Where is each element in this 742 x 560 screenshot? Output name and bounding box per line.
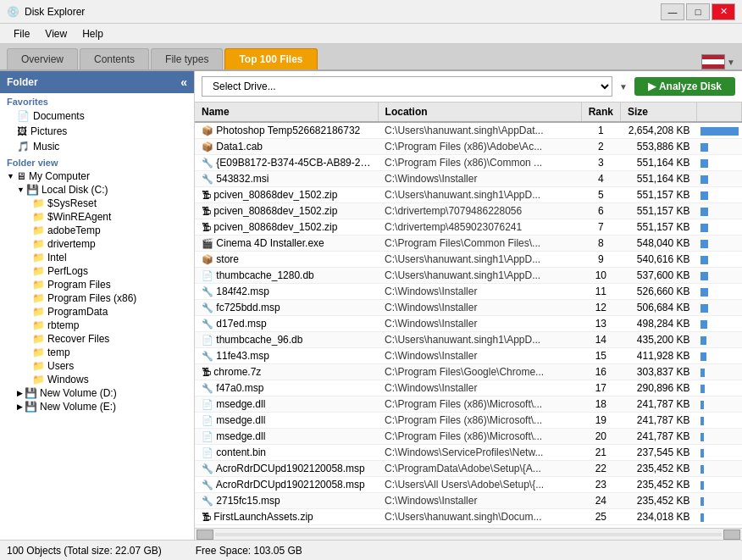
cell-bar [697, 203, 742, 219]
drive-dropdown[interactable]: Select Drive... [202, 76, 612, 97]
tree-program-files-x86[interactable]: 📁 Program Files (x86) [0, 291, 194, 305]
cell-bar [697, 316, 742, 332]
sidebar-item-documents[interactable]: 📄 Documents [0, 108, 194, 124]
tab-overview[interactable]: Overview [7, 48, 78, 69]
table-row[interactable]: 🔧 fc725bdd.msp C:\Windows\Installer 12 5… [195, 300, 742, 316]
tree-programdata[interactable]: 📁 ProgramData [0, 305, 194, 319]
cell-rank: 25 [581, 509, 620, 525]
expand-icon: ▶ [17, 389, 23, 397]
folder-icon: 📁 [32, 360, 45, 372]
flag-dropdown[interactable]: ▼ [727, 58, 735, 67]
close-button[interactable]: ✕ [712, 3, 735, 20]
tree-volume-d[interactable]: ▶ 💾 New Volume (D:) [0, 386, 194, 400]
cell-size: 526,660 KB [621, 284, 697, 300]
table-row[interactable]: 🔧 AcroRdrDCUpd1902120058.msp C:\ProgramD… [195, 461, 742, 477]
tree-winreagent[interactable]: 📁 $WinREAgent [0, 210, 194, 224]
tree-users[interactable]: 📁 Users [0, 359, 194, 373]
table-row[interactable]: 🔧 {E09B8172-B374-45CB-AB89-29... C:\Prog… [195, 155, 742, 171]
cell-name: 🔧 2715fc15.msp [195, 493, 378, 509]
table-row[interactable]: 📄 msedge.dll C:\Program Files (x86)\Micr… [195, 429, 742, 445]
table-row[interactable]: 🗜 pciven_80868dev_1502.zip C:\drivertemp… [195, 203, 742, 219]
table-row[interactable]: 🔧 543832.msi C:\Windows\Installer 4 551,… [195, 171, 742, 187]
tree-adobetemp[interactable]: 📁 adobeTemp [0, 224, 194, 237]
tree-my-computer[interactable]: ▼ 🖥 My Computer [0, 169, 194, 183]
col-header-rank[interactable]: Rank [581, 103, 620, 122]
cell-location: C:\Program Files\Common Files\... [378, 236, 581, 252]
table-row[interactable]: 📄 thumbcache_96.db C:\Users\hanuwant.sin… [195, 332, 742, 348]
cell-location: C:\Windows\Installer [378, 284, 581, 300]
menu-help[interactable]: Help [75, 26, 110, 42]
cell-name: 🔧 543832.msi [195, 171, 378, 187]
file-list-container[interactable]: Name Location Rank Size 📦 Photoshop Temp… [195, 103, 742, 528]
cell-bar [697, 461, 742, 477]
titlebar-left: 💿 Disk Explorer [7, 6, 85, 18]
tab-filetypes[interactable]: File types [151, 48, 223, 69]
cell-size: 241,787 KB [621, 413, 697, 429]
table-row[interactable]: 🗜 pciven_80868dev_1502.zip C:\drivertemp… [195, 219, 742, 236]
table-row[interactable]: 🔧 f47a0.msp C:\Windows\Installer 17 290,… [195, 380, 742, 396]
table-row[interactable]: 📄 msedge.dll C:\Program Files (x86)\Micr… [195, 396, 742, 413]
tree-local-disk-c[interactable]: ▼ 💾 Local Disk (C:) [0, 183, 194, 197]
size-bar [700, 288, 708, 297]
col-header-size[interactable]: Size [621, 103, 697, 122]
file-icon: 📄 [202, 399, 213, 409]
tree-intel[interactable]: 📁 Intel [0, 251, 194, 264]
tree-perflogs[interactable]: 📁 PerfLogs [0, 264, 194, 278]
table-row[interactable]: 🗜 FirstLaunchAssets.zip C:\Users\hanuwan… [195, 509, 742, 525]
size-bar [700, 191, 708, 200]
tree-volume-e[interactable]: ▶ 💾 New Volume (E:) [0, 400, 194, 413]
table-row[interactable]: 📦 Data1.cab C:\Program Files (x86)\Adobe… [195, 139, 742, 155]
tree-recover-files[interactable]: 📁 Recover Files [0, 332, 194, 346]
col-header-name[interactable]: Name [195, 103, 378, 122]
tree-temp[interactable]: 📁 temp [0, 346, 194, 359]
cell-name: 🔧 f47a0.msp [195, 380, 378, 396]
cell-location: C:\Windows\Installer [378, 348, 581, 364]
table-row[interactable]: 📄 content.bin C:\Windows\ServiceProfiles… [195, 445, 742, 461]
tree-sysreset[interactable]: 📁 $SysReset [0, 197, 194, 210]
col-header-location[interactable]: Location [378, 103, 581, 122]
tree-rbtemp[interactable]: 📁 rbtemp [0, 319, 194, 332]
cell-bar [697, 445, 742, 461]
table-row[interactable]: 🔧 11fe43.msp C:\Windows\Installer 15 411… [195, 348, 742, 364]
table-row[interactable]: 🔧 AcroRdrDCUpd1902120058.msp C:\Users\Al… [195, 477, 742, 493]
sidebar-item-pictures[interactable]: 🖼 Pictures [0, 124, 194, 139]
cell-size: 551,157 KB [621, 187, 697, 203]
table-row[interactable]: 🔧 d17ed.msp C:\Windows\Installer 13 498,… [195, 316, 742, 332]
maximize-button[interactable]: □ [686, 3, 710, 20]
menu-view[interactable]: View [38, 26, 74, 42]
horizontal-scrollbar[interactable] [195, 528, 742, 540]
table-row[interactable]: 🗜 pciven_80868dev_1502.zip C:\Users\hanu… [195, 187, 742, 203]
table-row[interactable]: 🗜 chrome.7z C:\Program Files\Google\Chro… [195, 364, 742, 380]
cell-bar [697, 348, 742, 364]
tree-program-files[interactable]: 📁 Program Files [0, 278, 194, 291]
size-bar [700, 417, 704, 425]
size-bar [700, 240, 708, 248]
folder-icon: 📁 [32, 238, 45, 250]
cell-location: C:\Program Files (x86)\Adobe\Ac... [378, 139, 581, 155]
tab-contents[interactable]: Contents [80, 48, 149, 69]
sidebar-collapse-button[interactable]: « [180, 75, 187, 89]
table-row[interactable]: 🔧 184f42.msp C:\Windows\Installer 11 526… [195, 284, 742, 300]
analyze-disk-button[interactable]: ▶ Analyze Disk [634, 77, 735, 96]
table-row[interactable]: 🎬 Cinema 4D Installer.exe C:\Program Fil… [195, 236, 742, 252]
table-row[interactable]: 🔧 2715fc15.msp C:\Windows\Installer 24 2… [195, 493, 742, 509]
table-row[interactable]: 📄 thumbcache_1280.db C:\Users\hanuwant.s… [195, 268, 742, 284]
table-row[interactable]: 📄 msedge.dll C:\Program Files (x86)\Micr… [195, 413, 742, 429]
cell-rank: 24 [581, 493, 620, 509]
tree-drivertemp[interactable]: 📁 drivertemp [0, 237, 194, 251]
tab-top100[interactable]: Top 100 Files [224, 48, 317, 69]
tree-windows[interactable]: 📁 Windows [0, 373, 194, 386]
table-row[interactable]: 📦 Photoshop Temp526682186732 C:\Users\ha… [195, 122, 742, 139]
size-bar [700, 175, 708, 184]
menu-file[interactable]: File [7, 26, 36, 42]
cell-bar [697, 268, 742, 284]
free-space: Free Space: 103.05 GB [196, 545, 302, 557]
minimize-button[interactable]: — [661, 3, 684, 20]
cell-bar [697, 332, 742, 348]
cell-location: C:\Windows\Installer [378, 300, 581, 316]
folder-icon: 📁 [32, 333, 45, 345]
file-icon: 🗜 [202, 190, 211, 200]
table-row[interactable]: 📦 store C:\Users\hanuwant.singh1\AppD...… [195, 252, 742, 268]
sidebar-item-music[interactable]: 🎵 Music [0, 139, 194, 154]
cell-size: 540,616 KB [621, 252, 697, 268]
